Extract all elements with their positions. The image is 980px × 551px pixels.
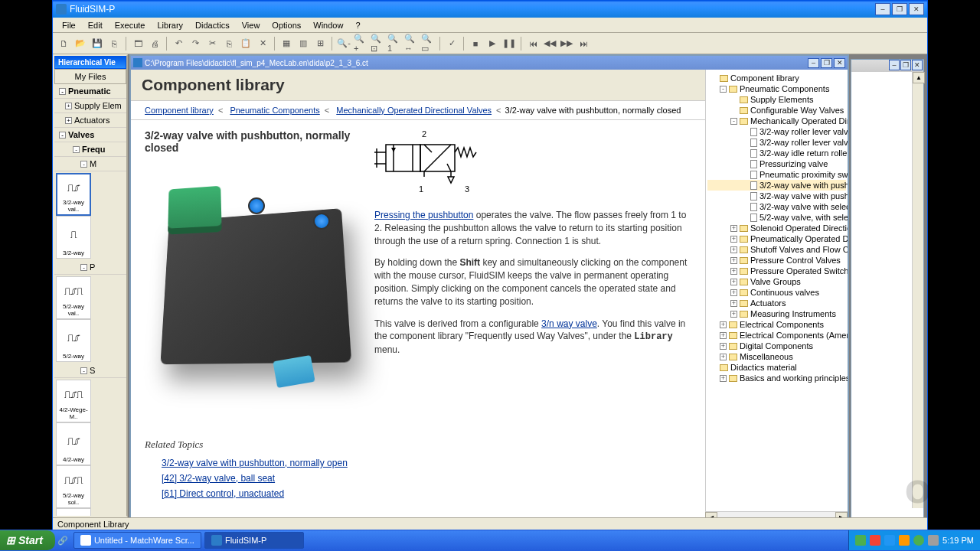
expand-icon[interactable]: +	[720, 375, 727, 382]
taskbar-item[interactable]: Untitled - MatchWare Scr...	[74, 532, 201, 549]
print-icon[interactable]: 🖨	[147, 36, 162, 51]
save-all-icon[interactable]: ⎘	[106, 36, 122, 51]
crumb-link[interactable]: Mechanically Operated Directional Valves	[336, 106, 492, 115]
nav-tree-item[interactable]: 3/2-way valve with selec	[707, 201, 846, 212]
menu-library[interactable]: Library	[151, 19, 189, 31]
nav-tree-item[interactable]: Supply Elements	[707, 94, 846, 105]
expand-icon[interactable]: +	[65, 103, 72, 109]
sidebar-tab-myfiles[interactable]: My Files	[54, 69, 126, 84]
nav-tree-item[interactable]: +Basics and working principles	[707, 373, 846, 383]
component-thumb[interactable]: ⎍3/2-way	[56, 216, 91, 259]
sidebar-item[interactable]: -M	[54, 157, 126, 171]
nav-tree-item[interactable]: Configurable Way Valves	[707, 105, 846, 116]
nav-tree-item[interactable]: +Pneumatically Operated Direc	[707, 233, 846, 244]
cut-icon[interactable]: ✂	[204, 36, 220, 51]
check-icon[interactable]: ✓	[444, 36, 459, 51]
pane-maximize-button[interactable]: ❐	[900, 60, 911, 70]
link-pressing[interactable]: Pressing the pushbutton	[374, 210, 473, 220]
stop-icon[interactable]: ■	[468, 36, 483, 51]
grid-icon[interactable]: ⊞	[312, 36, 328, 51]
taskbar-item[interactable]: FluidSIM-P	[204, 532, 304, 549]
expand-icon[interactable]: +	[730, 246, 737, 253]
copy-icon[interactable]: ⎘	[221, 36, 237, 51]
doc-close-button[interactable]: ✕	[834, 58, 845, 68]
expand-icon[interactable]: +	[730, 236, 737, 243]
related-link[interactable]: [42] 3/2-way valve, ball seat	[162, 471, 691, 486]
scrollbar-vertical[interactable]: ▲	[912, 72, 923, 508]
align2-icon[interactable]: ▥	[296, 36, 311, 51]
start-button[interactable]: ⊞Start	[0, 530, 55, 550]
menu-edit[interactable]: Edit	[82, 19, 109, 31]
pane-minimize-button[interactable]: –	[889, 60, 900, 70]
close-button[interactable]: ✕	[909, 3, 924, 15]
tray-icon[interactable]	[870, 535, 880, 546]
expand-icon[interactable]: +	[720, 354, 727, 360]
collapse-icon[interactable]: -	[80, 161, 87, 168]
play-icon[interactable]: ▶	[485, 36, 500, 51]
zoom-out-icon[interactable]: 🔍-	[336, 36, 351, 51]
nav-tree-item[interactable]: 3/2-way idle return roller	[707, 148, 846, 158]
pause-icon[interactable]: ❚❚	[501, 36, 517, 51]
nav-tree-item[interactable]: Component library	[707, 73, 846, 83]
zoom-100-icon[interactable]: 🔍1	[387, 36, 402, 51]
collapse-icon[interactable]: -	[720, 86, 727, 93]
nav-tree-item[interactable]: 3/2-way roller lever valve	[707, 137, 846, 148]
menu-help[interactable]: ?	[349, 19, 366, 31]
sidebar-title[interactable]: Hierarchical Vie	[54, 56, 126, 69]
sidebar-item[interactable]: +Supply Elem	[54, 99, 126, 113]
menu-options[interactable]: Options	[266, 19, 307, 31]
paste-icon[interactable]: 📋	[238, 36, 253, 51]
nav-tree-item[interactable]: +Solenoid Operated Directiona	[707, 223, 846, 233]
expand-icon[interactable]: +	[730, 300, 737, 307]
nav-tree-item[interactable]: 3/2-way valve with pushl	[707, 191, 846, 201]
component-thumb[interactable]: ⎍⎎5/2-way	[56, 319, 91, 362]
tray-icon[interactable]	[913, 535, 924, 546]
related-link[interactable]: 3/2-way valve with pushbutton, normally …	[162, 455, 691, 471]
quicklaunch-icon[interactable]: 🔗	[55, 536, 70, 546]
nav-tree-item[interactable]: 3/2-way roller lever valve	[707, 126, 846, 137]
delete-icon[interactable]: ✕	[255, 36, 270, 51]
zoom-fit-icon[interactable]: 🔍⊡	[370, 36, 385, 51]
prev-icon[interactable]: ◀◀	[542, 36, 557, 51]
nav-tree-item[interactable]: Pressurizing valve	[707, 158, 846, 169]
nav-tree-item[interactable]: -Pneumatic Components	[707, 83, 846, 94]
sidebar-item[interactable]: -P	[54, 260, 126, 275]
scrollbar-horizontal[interactable]: ◀ ▶	[705, 511, 848, 517]
first-icon[interactable]: ⏮	[525, 36, 541, 51]
minimize-button[interactable]: –	[875, 3, 890, 15]
menu-file[interactable]: File	[56, 19, 82, 31]
collapse-icon[interactable]: -	[73, 146, 80, 153]
sidebar-section-pneumatic[interactable]: -Pneumatic	[54, 84, 126, 99]
menu-window[interactable]: Window	[307, 19, 349, 31]
component-thumb[interactable]: ⎍⎎4/2-way	[56, 422, 91, 465]
collapse-icon[interactable]: -	[59, 88, 66, 95]
scroll-up-icon[interactable]: ▲	[913, 72, 925, 83]
component-thumb[interactable]: ⎍⎎5/3-way	[56, 508, 91, 517]
clock[interactable]: 5:19 PM	[942, 536, 974, 545]
sidebar-item-valves[interactable]: -Valves	[54, 128, 126, 142]
collapse-icon[interactable]: -	[59, 132, 66, 139]
doc-titlebar[interactable]: C:\Program Files\didactic\fl_sim_p4_MecL…	[131, 56, 848, 70]
nav-tree-item[interactable]: +Miscellaneous	[707, 351, 846, 362]
nav-tree-item[interactable]: +Electrical Components (American	[707, 330, 846, 341]
scroll-right-icon[interactable]: ▶	[835, 512, 848, 517]
component-thumb[interactable]: ⎍⎎⎍5/2-way sol..	[56, 465, 91, 508]
zoom-reg-icon[interactable]: 🔍▭	[420, 36, 436, 51]
nav-tree-item[interactable]: Pneumatic proximity swit	[707, 169, 846, 180]
tray-icon[interactable]	[928, 535, 939, 546]
new-icon[interactable]: 🗋	[56, 36, 71, 51]
expand-icon[interactable]: +	[720, 343, 727, 350]
crumb-link[interactable]: Component library	[145, 106, 214, 115]
nav-tree-item[interactable]: +Electrical Components	[707, 319, 846, 330]
sidebar-item[interactable]: -S	[54, 364, 126, 378]
nav-tree[interactable]: Component library-Pneumatic Components S…	[705, 70, 848, 511]
link-3n-valve[interactable]: 3/n way valve	[541, 318, 597, 329]
nav-tree-item[interactable]: -Mechanically Operated Direct	[707, 116, 846, 126]
expand-icon[interactable]: +	[720, 321, 727, 328]
sidebar-item[interactable]: -Frequ	[54, 142, 126, 157]
nav-tree-item[interactable]: +Shutoff Valves and Flow Con	[707, 244, 846, 255]
zoom-sel-icon[interactable]: 🔍↔	[403, 36, 419, 51]
doc-main[interactable]: Component library Component library< Pne…	[131, 70, 705, 511]
menu-view[interactable]: View	[236, 19, 266, 31]
collapse-icon[interactable]: -	[730, 118, 737, 125]
